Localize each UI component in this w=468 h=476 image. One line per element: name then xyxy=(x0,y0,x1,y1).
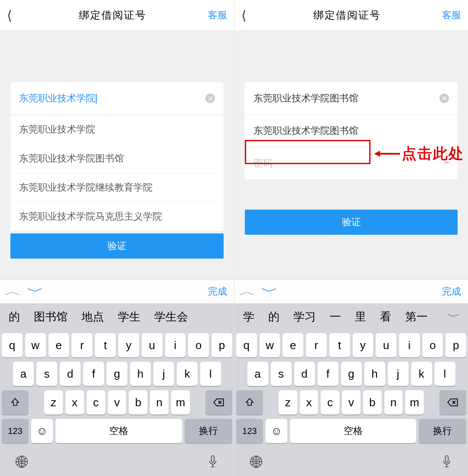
key-g[interactable]: g xyxy=(341,362,362,386)
verify-button[interactable]: 验证 xyxy=(10,233,224,259)
key-w[interactable]: w xyxy=(25,333,46,357)
key-y[interactable]: y xyxy=(118,333,139,357)
search-value[interactable]: 东莞职业技术学院图书馆 xyxy=(254,92,439,105)
key-x[interactable]: x xyxy=(300,390,318,414)
key-shift[interactable] xyxy=(2,390,29,414)
suggestion-item[interactable]: 东莞职业技术学院马克思主义学院 xyxy=(10,202,224,231)
candidate[interactable]: 的 xyxy=(263,309,285,324)
key-backspace[interactable] xyxy=(205,390,232,414)
back-icon[interactable]: ⟨ xyxy=(7,8,24,23)
service-link[interactable]: 客服 xyxy=(435,9,461,22)
key-v[interactable]: v xyxy=(108,390,127,414)
key-e[interactable]: e xyxy=(49,333,69,357)
key-emoji[interactable]: ☺ xyxy=(266,419,287,443)
key-j[interactable]: j xyxy=(388,362,409,386)
key-x[interactable]: x xyxy=(65,390,84,414)
globe-icon[interactable]: 🌐︎ xyxy=(16,455,29,470)
candidate[interactable]: 学生会 xyxy=(149,309,193,324)
mic-icon[interactable] xyxy=(441,455,452,471)
key-g[interactable]: g xyxy=(107,362,127,386)
verify-button[interactable]: 验证 xyxy=(245,210,458,235)
key-k[interactable]: k xyxy=(177,362,198,386)
password-field[interactable]: 密码 ᵕᵕ xyxy=(245,147,458,179)
kb-next-icon[interactable]: ﹀ xyxy=(261,283,278,300)
candidate[interactable]: 一 xyxy=(325,309,346,324)
candidate[interactable]: 看 xyxy=(375,309,396,324)
service-link[interactable]: 客服 xyxy=(201,9,227,22)
key-h[interactable]: h xyxy=(364,362,385,386)
clear-icon[interactable]: ✕ xyxy=(439,94,449,103)
key-t[interactable]: t xyxy=(329,333,350,357)
kb-done[interactable]: 完成 xyxy=(442,285,461,298)
key-z[interactable]: z xyxy=(279,390,297,414)
kb-next-icon[interactable]: ﹀ xyxy=(27,283,44,300)
key-i[interactable]: i xyxy=(399,333,420,357)
kb-prev-icon[interactable]: ︿ xyxy=(4,283,21,300)
key-k[interactable]: k xyxy=(411,362,432,386)
key-d[interactable]: d xyxy=(60,362,81,386)
selected-field[interactable]: 东莞职业技术学院图书馆 xyxy=(245,115,458,147)
key-l[interactable]: l xyxy=(435,362,455,386)
key-q[interactable]: q xyxy=(2,333,23,357)
suggestion-item[interactable]: 东莞职业技术学院图书馆 xyxy=(10,144,224,173)
key-f[interactable]: f xyxy=(318,362,338,386)
candidate[interactable]: 学 xyxy=(238,309,260,324)
kb-done[interactable]: 完成 xyxy=(208,285,227,298)
key-s[interactable]: s xyxy=(36,362,57,386)
key-space[interactable]: 空格 xyxy=(55,419,182,443)
back-icon[interactable]: ⟨ xyxy=(241,8,259,23)
key-l[interactable]: l xyxy=(200,362,221,386)
candidate-more-icon[interactable]: ﹀ xyxy=(439,310,468,323)
key-u[interactable]: u xyxy=(142,333,162,357)
key-y[interactable]: y xyxy=(353,333,374,357)
key-o[interactable]: o xyxy=(422,333,443,357)
key-p[interactable]: p xyxy=(211,333,232,357)
suggestion-item[interactable]: 东莞职业技术学院继续教育学院 xyxy=(10,173,224,202)
key-v[interactable]: v xyxy=(342,390,361,414)
key-c[interactable]: c xyxy=(87,390,105,414)
key-e[interactable]: e xyxy=(283,333,303,357)
key-b[interactable]: b xyxy=(363,390,382,414)
key-r[interactable]: r xyxy=(72,333,92,357)
key-p[interactable]: p xyxy=(445,333,466,357)
suggestion-item[interactable]: 东莞职业技术学院 xyxy=(10,115,224,144)
candidate[interactable]: 图书馆 xyxy=(29,309,73,324)
candidate[interactable]: 学习 xyxy=(288,309,321,324)
key-123[interactable]: 123 xyxy=(2,419,29,443)
key-m[interactable]: m xyxy=(405,390,424,414)
key-o[interactable]: o xyxy=(188,333,209,357)
kb-prev-icon[interactable]: ︿ xyxy=(239,283,256,300)
key-f[interactable]: f xyxy=(83,362,104,386)
candidate[interactable]: 地点 xyxy=(76,309,109,324)
key-h[interactable]: h xyxy=(130,362,151,386)
key-i[interactable]: i xyxy=(165,333,186,357)
key-q[interactable]: q xyxy=(236,333,257,357)
key-d[interactable]: d xyxy=(294,362,315,386)
key-j[interactable]: j xyxy=(153,362,174,386)
key-r[interactable]: r xyxy=(306,333,327,357)
clear-icon[interactable]: ✕ xyxy=(205,94,215,103)
candidate[interactable]: 里 xyxy=(350,309,371,324)
key-n[interactable]: n xyxy=(384,390,403,414)
key-b[interactable]: b xyxy=(129,390,147,414)
key-a[interactable]: a xyxy=(13,362,34,386)
key-n[interactable]: n xyxy=(150,390,169,414)
key-m[interactable]: m xyxy=(171,390,190,414)
globe-icon[interactable]: 🌐︎ xyxy=(250,455,263,470)
key-t[interactable]: t xyxy=(95,333,116,357)
key-w[interactable]: w xyxy=(260,333,280,357)
key-a[interactable]: a xyxy=(247,362,268,386)
key-u[interactable]: u xyxy=(376,333,396,357)
key-enter[interactable]: 换行 xyxy=(419,419,466,443)
key-c[interactable]: c xyxy=(321,390,339,414)
key-z[interactable]: z xyxy=(44,390,63,414)
candidate[interactable]: 学生 xyxy=(113,309,146,324)
key-123[interactable]: 123 xyxy=(236,419,263,443)
key-backspace[interactable] xyxy=(439,390,466,414)
search-field[interactable]: 东莞职业技术学院 ✕ xyxy=(10,82,224,115)
key-emoji[interactable]: ☺ xyxy=(31,419,53,443)
search-value[interactable]: 东莞职业技术学院 xyxy=(19,92,205,105)
key-s[interactable]: s xyxy=(271,362,292,386)
key-shift[interactable] xyxy=(236,390,263,414)
key-space[interactable]: 空格 xyxy=(290,419,416,443)
